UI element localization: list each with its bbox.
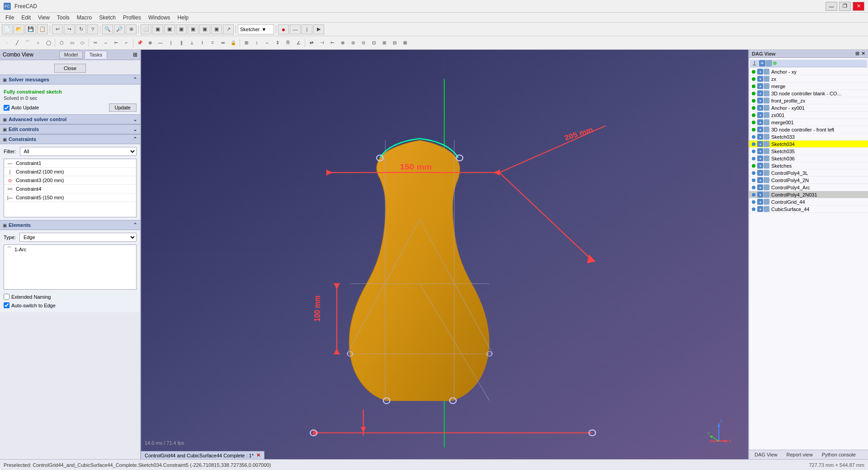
sk-arr3[interactable]: ⊢	[327, 38, 337, 48]
sk-dist[interactable]: ⇕	[273, 38, 283, 48]
sk-rect[interactable]: ▭	[67, 38, 77, 48]
dag-item-2[interactable]: ●merge	[749, 83, 868, 90]
sk-extend[interactable]: ↔	[101, 38, 111, 48]
sk-vert[interactable]: |	[166, 38, 176, 48]
sk-vert-dist[interactable]: ↔	[262, 38, 272, 48]
menu-help[interactable]: Help	[174, 14, 193, 22]
element-item-arc[interactable]: ⌒ 1-Arc	[4, 245, 136, 254]
sk-arr4[interactable]: ⊗	[338, 38, 348, 48]
auto-update-checkbox[interactable]	[4, 105, 9, 111]
sk-perp[interactable]: ⊥	[187, 38, 197, 48]
tb-zoom-box[interactable]: 🔍	[102, 24, 113, 34]
filter-select[interactable]: All Normal Redundant Conflicting	[20, 147, 137, 156]
vp-tab-close[interactable]: ✕	[256, 452, 260, 458]
sk-ellipse[interactable]: ◯	[43, 38, 53, 48]
dag-item-12[interactable]: ●Sketch036	[749, 155, 868, 162]
sk-angle[interactable]: ∠	[293, 38, 303, 48]
auto-switch-checkbox[interactable]	[4, 302, 9, 308]
dag-item-3[interactable]: ●3D node controller blank - COPY-PASTE T…	[749, 90, 868, 97]
tb-line1[interactable]: —	[290, 24, 301, 34]
extended-naming-checkbox[interactable]	[4, 294, 9, 300]
tb-save-as[interactable]: 📋	[37, 24, 48, 34]
sk-arc[interactable]: ⌒	[23, 38, 33, 48]
elements-collapse[interactable]: ⌃	[133, 222, 137, 228]
menu-file[interactable]: File	[2, 14, 18, 22]
tb-help[interactable]: ?	[87, 24, 98, 34]
dag-footer-tab-python[interactable]: Python console	[817, 451, 860, 458]
tb-front[interactable]: ▣	[152, 24, 163, 34]
title-bar-controls[interactable]: — ❐ ✕	[826, 2, 864, 11]
edit-controls-header[interactable]: ▣ Edit controls ⌄	[0, 124, 140, 134]
sk-symm[interactable]: ⇔	[218, 38, 228, 48]
dag-item-16[interactable]: ●ControlPoly4_Arc	[749, 184, 868, 191]
sketcher-dropdown[interactable]: Sketcher ▼	[238, 24, 274, 34]
dag-item-7[interactable]: ●merge001	[749, 119, 868, 126]
tb-line2[interactable]: |	[302, 24, 312, 34]
dag-item-5[interactable]: ●Anchor - xy001	[749, 104, 868, 112]
advanced-solver-collapse[interactable]: ⌄	[133, 116, 137, 122]
close-button[interactable]: Close	[54, 64, 86, 73]
sk-arr5[interactable]: ⊘	[348, 38, 358, 48]
sk-parallel[interactable]: ∥	[176, 38, 186, 48]
update-button[interactable]: Update	[109, 103, 137, 112]
constraint-item-4[interactable]: >< Constraint4	[4, 185, 136, 193]
tb-left[interactable]: ▣	[211, 24, 222, 34]
menu-edit[interactable]: Edit	[18, 14, 34, 22]
tb-zoom-all[interactable]: 🔎	[114, 24, 125, 34]
menu-macro[interactable]: Macro	[73, 14, 95, 22]
sk-radius[interactable]: R	[283, 38, 293, 48]
menu-tools[interactable]: Tools	[53, 14, 73, 22]
combo-tab-model[interactable]: Model	[59, 51, 83, 59]
combo-resize-btn[interactable]: ⊞	[133, 52, 137, 58]
sk-horiz-dist[interactable]: ↕	[252, 38, 262, 48]
tb-top[interactable]: ▣	[176, 24, 187, 34]
tb-red-dot[interactable]: ●	[278, 24, 289, 34]
sk-arr10[interactable]: ⊠	[400, 38, 410, 48]
tb-undo[interactable]: ↩	[52, 24, 63, 34]
tb-new[interactable]: 📄	[2, 24, 13, 34]
sk-arr8[interactable]: ⊞	[379, 38, 389, 48]
sk-arr1[interactable]: ⇄	[307, 38, 316, 48]
tb-arrow[interactable]: ↗	[223, 24, 234, 34]
menu-profiles[interactable]: Profiles	[119, 14, 145, 22]
sk-arr7[interactable]: ⊡	[369, 38, 379, 48]
sk-circle[interactable]: ○	[33, 38, 43, 48]
dag-item-1[interactable]: ●zx	[749, 75, 868, 83]
constraints-header[interactable]: ▣ Constraints ⌃	[0, 134, 140, 144]
dag-resize-btn[interactable]: ⊞	[855, 51, 859, 56]
sk-point[interactable]: ·	[2, 38, 12, 48]
sk-fix[interactable]: 📌	[135, 38, 145, 48]
tb-save[interactable]: 💾	[25, 24, 36, 34]
elements-header[interactable]: ▣ Elements ⌃	[0, 220, 140, 230]
dag-item-9[interactable]: ●Sketch033	[749, 133, 868, 141]
tb-open[interactable]: 📂	[14, 24, 24, 34]
dag-item-15[interactable]: ●ControlPoly4_2N	[749, 177, 868, 184]
dag-item-13[interactable]: ●Sketches	[749, 162, 868, 169]
sk-arr2[interactable]: ⊣	[317, 38, 327, 48]
minimize-btn[interactable]: —	[826, 2, 837, 11]
sk-fillet[interactable]: ⌐	[122, 38, 132, 48]
dag-item-8[interactable]: ●3D node controller - front left	[749, 126, 868, 133]
type-select[interactable]: Edge Vertex Curve	[19, 233, 137, 242]
maximize-btn[interactable]: ❐	[839, 2, 851, 11]
solver-messages-header[interactable]: ▣ Solver messages ⌃	[0, 75, 140, 85]
dag-item-11[interactable]: ●Sketch035	[749, 148, 868, 155]
tb-view-menu[interactable]: ⊕	[126, 24, 137, 34]
menu-view[interactable]: View	[34, 14, 53, 22]
close-window-btn[interactable]: ✕	[853, 2, 864, 11]
sk-arr6[interactable]: ⊙	[359, 38, 368, 48]
sk-tangent[interactable]: ⌇	[197, 38, 207, 48]
sk-trim[interactable]: ✂	[90, 38, 100, 48]
tb-3d[interactable]: ⬜	[141, 24, 151, 34]
sk-slot[interactable]: ⬭	[77, 38, 87, 48]
tb-right[interactable]: ▣	[199, 24, 210, 34]
sk-lock[interactable]: ⊞	[241, 38, 251, 48]
sk-block[interactable]: 🔒	[228, 38, 238, 48]
solver-collapse-btn[interactable]: ⌃	[133, 76, 137, 83]
advanced-solver-header[interactable]: ▣ Advanced solver control ⌄	[0, 114, 140, 124]
tb-redo[interactable]: ↪	[64, 24, 75, 34]
constraints-collapse[interactable]: ⌃	[133, 136, 137, 142]
constraint-item-1[interactable]: — Constraint1	[4, 159, 136, 168]
dag-item-19[interactable]: ●CubicSurface_44	[749, 206, 868, 213]
tb-play[interactable]: ▶	[313, 24, 324, 34]
